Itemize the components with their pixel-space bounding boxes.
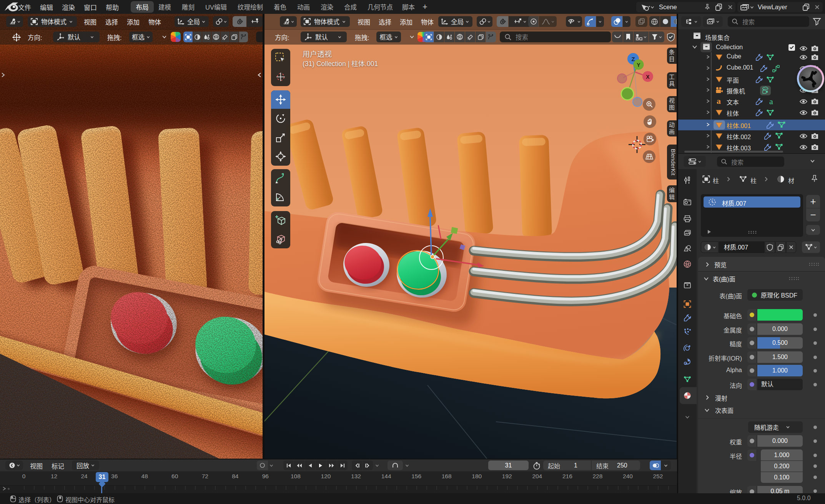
svg-text:Y: Y (637, 62, 640, 68)
svg-text:Z: Z (631, 56, 635, 62)
svg-text:X: X (646, 74, 650, 80)
svg-text:a: a (769, 98, 773, 106)
svg-text:a: a (717, 98, 721, 105)
